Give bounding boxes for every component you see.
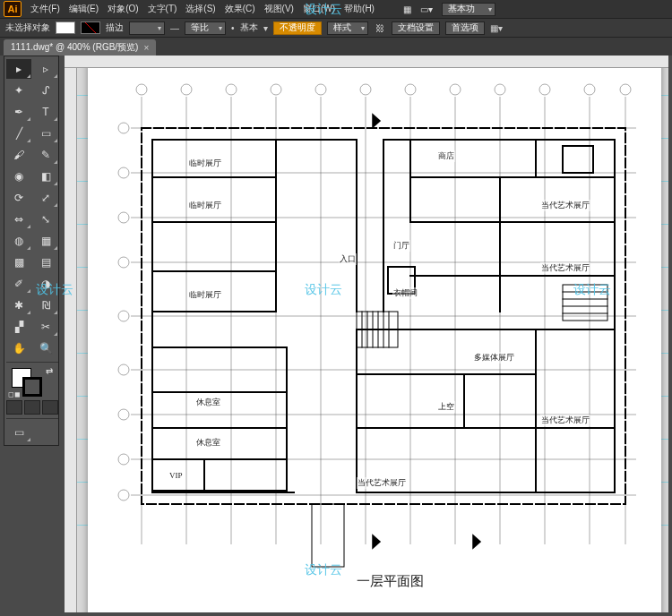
room-label: 休息室 xyxy=(195,437,221,449)
bridge-icon[interactable]: ▦ xyxy=(403,4,411,14)
svg-point-31 xyxy=(118,257,129,268)
fill-swatch[interactable] xyxy=(56,21,75,34)
swap-colors-icon[interactable]: ⇄ xyxy=(46,366,53,376)
type-tool[interactable]: T xyxy=(33,102,58,122)
room-label: 当代艺术展厅 xyxy=(540,415,590,426)
selection-tool[interactable]: ▸ xyxy=(6,59,31,79)
svg-point-1 xyxy=(136,84,147,95)
menu-edit[interactable]: 编辑(E) xyxy=(69,3,99,15)
app-badge: Ai xyxy=(4,1,22,17)
rotate-tool[interactable]: ⟳ xyxy=(6,188,31,208)
stroke-swatch[interactable] xyxy=(81,21,100,34)
align-icon[interactable]: ▦▾ xyxy=(490,23,503,33)
svg-point-19 xyxy=(539,84,550,95)
floor-plan-artwork[interactable]: 临时展厅 临时展厅 临时展厅 商店 门厅 入口 衣帽间 当代艺术展厅 当代艺术展… xyxy=(88,68,661,612)
gradient-tool[interactable]: ▤ xyxy=(33,252,58,272)
stroke-color[interactable] xyxy=(22,377,42,397)
stroke-weight-dropdown[interactable] xyxy=(129,21,165,35)
draw-behind[interactable] xyxy=(24,400,40,415)
ruler-vertical[interactable] xyxy=(65,68,77,612)
svg-point-9 xyxy=(315,84,326,95)
svg-rect-62 xyxy=(563,146,593,173)
arrange-icon[interactable]: ▭▾ xyxy=(420,4,433,14)
svg-rect-80 xyxy=(312,504,344,567)
document-tab[interactable]: 1111.dwg* @ 400% (RGB/预览) × xyxy=(4,39,156,56)
artboard[interactable]: 临时展厅 临时展厅 临时展厅 商店 门厅 入口 衣帽间 当代艺术展厅 当代艺术展… xyxy=(88,68,661,612)
lasso-tool[interactable]: ᔑ xyxy=(33,81,58,100)
profile-dropdown[interactable]: 等比 xyxy=(185,21,226,35)
pen-tool[interactable]: ✒ xyxy=(6,102,31,122)
blend-tool[interactable]: ◑ xyxy=(33,274,58,294)
room-label: 休息室 xyxy=(195,397,221,408)
brush-basic-label: 基本 xyxy=(240,21,258,34)
svg-point-23 xyxy=(620,84,631,95)
default-colors-icon[interactable]: ◻◼ xyxy=(8,390,21,398)
pencil-tool[interactable]: ✎ xyxy=(33,145,58,165)
symbol-sprayer-tool[interactable]: ✱ xyxy=(6,295,31,315)
svg-point-27 xyxy=(118,167,129,178)
room-label: 临时展厅 xyxy=(188,158,222,169)
paintbrush-tool[interactable]: 🖌 xyxy=(6,145,31,165)
shape-builder-tool[interactable]: ◍ xyxy=(6,231,31,251)
room-label: 临时展厅 xyxy=(188,289,222,301)
svg-point-37 xyxy=(118,409,129,420)
menu-object[interactable]: 对象(O) xyxy=(108,3,138,15)
svg-point-11 xyxy=(360,84,371,95)
opacity-button[interactable]: 不透明度 xyxy=(273,21,322,35)
hand-tool[interactable]: ✋ xyxy=(6,338,31,358)
screen-mode[interactable]: ▭ xyxy=(6,423,31,442)
link-icon[interactable]: ⛓ xyxy=(374,21,386,34)
rectangle-tool[interactable]: ▭ xyxy=(33,124,58,143)
document-tab-bar: 1111.dwg* @ 400% (RGB/预览) × xyxy=(0,38,672,56)
close-icon[interactable]: × xyxy=(143,43,149,53)
perspective-tool[interactable]: ▦ xyxy=(33,231,58,251)
magic-wand-tool[interactable]: ✦ xyxy=(6,81,31,100)
color-swatches[interactable]: ⇄ ◻◼ xyxy=(6,366,58,398)
slice-tool[interactable]: ✂ xyxy=(33,317,58,337)
workspace-switcher[interactable]: 基本功 xyxy=(442,3,495,16)
room-label: 入口 xyxy=(339,253,357,265)
workspace-label: 基本功 xyxy=(448,3,475,15)
artboard-tool[interactable]: ▞ xyxy=(6,317,31,337)
scale-tool[interactable]: ⤢ xyxy=(33,188,58,208)
canvas[interactable]: 临时展厅 临时展厅 临时展厅 商店 门厅 入口 衣帽间 当代艺术展厅 当代艺术展… xyxy=(77,68,668,612)
draw-inside[interactable] xyxy=(42,400,58,415)
menu-window[interactable]: 窗口(W) xyxy=(303,3,335,15)
document-setup-button[interactable]: 文档设置 xyxy=(392,21,440,35)
menu-help[interactable]: 帮助(H) xyxy=(344,3,375,15)
workspace: 临时展厅 临时展厅 临时展厅 商店 门厅 入口 衣帽间 当代艺术展厅 当代艺术展… xyxy=(65,56,668,612)
room-label: 门厅 xyxy=(392,240,410,252)
menu-view[interactable]: 视图(V) xyxy=(264,3,294,15)
line-tool[interactable]: ╱ xyxy=(6,124,31,143)
room-label: 当代艺术展厅 xyxy=(540,200,590,211)
free-transform-tool[interactable]: ⤡ xyxy=(33,210,58,229)
room-label: 临时展厅 xyxy=(188,200,222,211)
menu-effect[interactable]: 效果(C) xyxy=(225,3,255,15)
direct-selection-tool[interactable]: ▹ xyxy=(33,59,58,79)
room-label: 商店 xyxy=(437,150,455,162)
svg-point-15 xyxy=(450,84,461,95)
menu-file[interactable]: 文件(F) xyxy=(30,3,60,15)
room-label: 衣帽间 xyxy=(392,287,418,299)
tools-panel: ▸ ▹ ✦ ᔑ ✒ T ╱ ▭ 🖌 ✎ ◉ ◧ ⟳ ⤢ ⇔ ⤡ ◍ ▦ ▩ ▤ … xyxy=(4,56,59,446)
drawing-title: 一层平面图 xyxy=(357,573,424,590)
ruler-horizontal[interactable] xyxy=(65,56,668,68)
svg-point-39 xyxy=(118,454,129,465)
eraser-tool[interactable]: ◧ xyxy=(33,167,58,186)
blob-brush-tool[interactable]: ◉ xyxy=(6,167,31,186)
column-graph-tool[interactable]: ₪ xyxy=(33,295,58,315)
menu-type[interactable]: 文字(T) xyxy=(148,3,177,15)
width-tool[interactable]: ⇔ xyxy=(6,210,31,229)
control-bar: 未选择对象 描边 — 等比 • 基本 ▾ 不透明度 样式 ⛓ 文档设置 首选项 … xyxy=(0,18,672,38)
zoom-tool[interactable]: 🔍 xyxy=(33,338,58,358)
draw-modes xyxy=(6,400,58,415)
room-label: 多媒体展厅 xyxy=(473,352,515,364)
mesh-tool[interactable]: ▩ xyxy=(6,252,31,272)
svg-point-5 xyxy=(226,84,237,95)
draw-normal[interactable] xyxy=(6,400,22,415)
document-tab-title: 1111.dwg* @ 400% (RGB/预览) xyxy=(11,41,138,54)
menu-select[interactable]: 选择(S) xyxy=(185,3,215,15)
preferences-button[interactable]: 首选项 xyxy=(445,21,485,35)
eyedropper-tool[interactable]: ✐ xyxy=(6,274,31,294)
style-dropdown[interactable]: 样式 xyxy=(327,21,368,35)
